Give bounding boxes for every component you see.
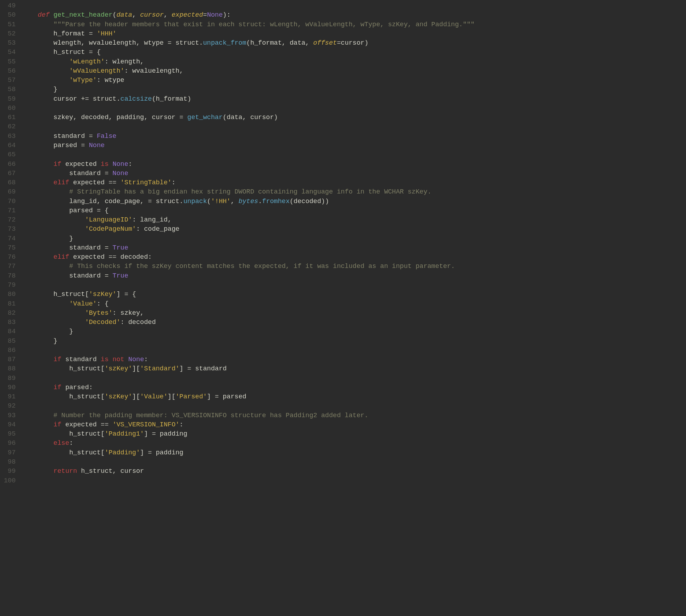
- line-number: 74: [0, 234, 16, 243]
- code-line[interactable]: wlength, wvaluelength, wtype = struct.un…: [22, 39, 686, 48]
- code-line[interactable]: [22, 402, 686, 411]
- code-line[interactable]: if standard is not None:: [22, 355, 686, 364]
- code-line[interactable]: # StringTable has a big endian hex strin…: [22, 187, 686, 197]
- line-number: 80: [0, 290, 16, 299]
- line-number: 89: [0, 374, 16, 383]
- code-line[interactable]: # This checks if the szKey content match…: [22, 262, 686, 271]
- token-plain: : {: [97, 300, 108, 308]
- code-line[interactable]: # Number the padding memmber: VS_VERSION…: [22, 411, 686, 420]
- token-plain: ] = parsed: [207, 393, 246, 401]
- code-line[interactable]: standard = None: [22, 169, 686, 178]
- token-plain: : lang_id,: [132, 216, 172, 224]
- token-fn: get_next_header: [54, 11, 113, 19]
- code-editor[interactable]: 4950515253545556575859606162636465666768…: [0, 0, 686, 487]
- token-plain: :: [179, 421, 183, 429]
- code-line[interactable]: [22, 374, 686, 383]
- token-plain: expected == decoded:: [69, 253, 152, 261]
- code-line[interactable]: [22, 150, 686, 159]
- line-number: 58: [0, 85, 16, 94]
- code-line[interactable]: h_struct['szKey'] = {: [22, 290, 686, 299]
- code-line[interactable]: [22, 1, 686, 11]
- code-line[interactable]: return h_struct, cursor: [22, 467, 686, 476]
- code-line[interactable]: [22, 122, 686, 131]
- code-line[interactable]: h_struct['Padding1'] = padding: [22, 430, 686, 439]
- code-line[interactable]: h_struct['Padding'] = padding: [22, 448, 686, 458]
- token-param: expected: [172, 11, 203, 19]
- line-number: 94: [0, 420, 16, 430]
- code-line[interactable]: [22, 104, 686, 113]
- code-line[interactable]: elif expected == 'StringTable':: [22, 178, 686, 187]
- code-line[interactable]: 'wLength': wlength,: [22, 57, 686, 67]
- code-line[interactable]: 'Value': {: [22, 299, 686, 309]
- code-line[interactable]: szkey, decoded, padding, cursor = get_wc…: [22, 113, 686, 122]
- token-plain: [22, 467, 54, 475]
- code-line[interactable]: h_struct['szKey']['Value']['Parsed'] = p…: [22, 392, 686, 402]
- token-const: False: [97, 133, 117, 140]
- token-const: None: [207, 11, 223, 19]
- code-line[interactable]: if expected == 'VS_VERSION_INFO':: [22, 420, 686, 430]
- code-line[interactable]: else:: [22, 439, 686, 448]
- token-plain: ,: [132, 11, 140, 19]
- code-line[interactable]: 'wValueLength': wvaluelength,: [22, 67, 686, 76]
- code-line[interactable]: }: [22, 337, 686, 346]
- code-line[interactable]: [22, 281, 686, 290]
- code-line[interactable]: 'wType': wtype: [22, 76, 686, 85]
- code-line[interactable]: 'LanguageID': lang_id,: [22, 215, 686, 225]
- token-plain: :: [69, 439, 73, 447]
- line-number: 70: [0, 197, 16, 206]
- token-plain: expected ==: [61, 421, 112, 429]
- code-line[interactable]: lang_id, code_page, = struct.unpack('!HH…: [22, 197, 686, 206]
- token-plain: ] = padding: [144, 430, 187, 438]
- token-plain: standard =: [22, 272, 112, 280]
- code-line[interactable]: [22, 346, 686, 355]
- token-str: 'Padding': [105, 449, 140, 457]
- code-line[interactable]: """Parse the header members that exist i…: [22, 20, 686, 29]
- token-plain: standard =: [22, 133, 97, 140]
- code-line[interactable]: 'Bytes': szkey,: [22, 309, 686, 318]
- code-line[interactable]: h_struct = {: [22, 48, 686, 57]
- code-line[interactable]: standard = True: [22, 243, 686, 253]
- token-plain: [22, 384, 54, 391]
- token-plain: h_format =: [22, 30, 97, 38]
- token-str: 'szKey': [89, 291, 117, 298]
- code-line[interactable]: standard = False: [22, 132, 686, 141]
- token-plain: [22, 412, 54, 419]
- code-line[interactable]: standard = True: [22, 271, 686, 281]
- token-plain: expected ==: [69, 179, 120, 186]
- code-line[interactable]: if parsed:: [22, 383, 686, 392]
- line-number: 64: [0, 141, 16, 150]
- code-line[interactable]: [22, 458, 686, 467]
- token-call: get_wchar: [187, 114, 223, 121]
- code-line[interactable]: [22, 476, 686, 486]
- token-plain: [22, 253, 54, 261]
- code-line[interactable]: if expected is None:: [22, 160, 686, 169]
- token-plain: }: [22, 337, 57, 345]
- token-plain: : wlength,: [105, 58, 144, 66]
- token-plain: [50, 11, 54, 19]
- line-number: 73: [0, 225, 16, 234]
- code-line[interactable]: elif expected == decoded:: [22, 253, 686, 262]
- code-line[interactable]: h_struct['szKey']['Standard'] = standard: [22, 364, 686, 374]
- token-plain: h_struct[: [22, 449, 105, 457]
- token-plain: expected: [61, 161, 101, 168]
- code-line[interactable]: }: [22, 234, 686, 243]
- line-number: 50: [0, 11, 16, 20]
- line-number: 53: [0, 39, 16, 48]
- token-plain: h_struct = {: [22, 49, 101, 56]
- token-str: 'Bytes': [85, 309, 113, 317]
- code-line[interactable]: 'CodePageNum': code_page: [22, 225, 686, 234]
- code-line[interactable]: h_format = 'HHH': [22, 29, 686, 39]
- token-const: None: [128, 356, 144, 363]
- code-line[interactable]: parsed = {: [22, 206, 686, 215]
- code-line[interactable]: def get_next_header(data, cursor, expect…: [22, 11, 686, 20]
- code-line[interactable]: 'Decoded': decoded: [22, 318, 686, 327]
- line-number: 84: [0, 327, 16, 336]
- token-plain: [22, 161, 54, 168]
- code-line[interactable]: parsed = None: [22, 141, 686, 150]
- code-area[interactable]: def get_next_header(data, cursor, expect…: [22, 1, 686, 486]
- token-call: unpack_from: [203, 39, 246, 47]
- code-line[interactable]: }: [22, 327, 686, 336]
- token-plain: ] = padding: [140, 449, 183, 457]
- code-line[interactable]: cursor += struct.calcsize(h_format): [22, 95, 686, 104]
- code-line[interactable]: }: [22, 85, 686, 94]
